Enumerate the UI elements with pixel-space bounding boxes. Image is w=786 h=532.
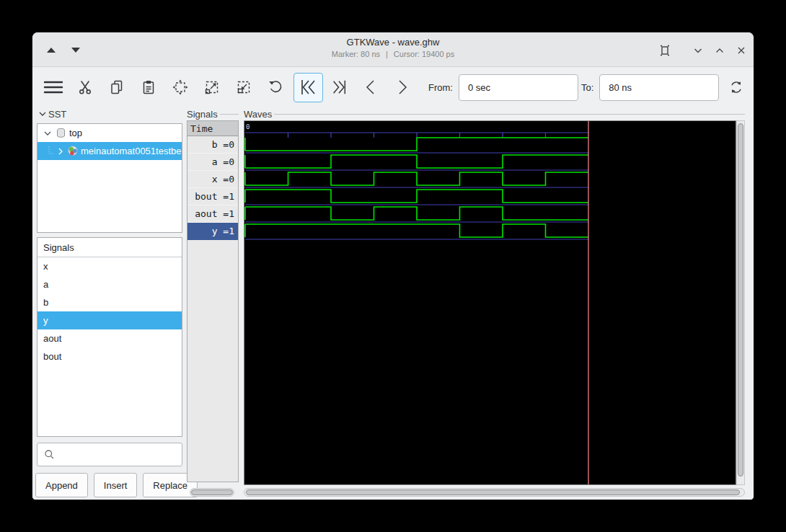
- expander-right-icon[interactable]: [55, 146, 66, 157]
- signal-row[interactable]: y =1: [187, 223, 238, 240]
- signal-values-panel: Time b =0a =0x =0bout =1aout =1y =1: [187, 120, 239, 482]
- shade-down-button[interactable]: [68, 45, 84, 56]
- list-item-x[interactable]: x: [37, 257, 182, 275]
- keep-above-button[interactable]: [657, 43, 673, 58]
- wave-canvas[interactable]: 0: [244, 120, 736, 485]
- next-edge-icon: [394, 79, 410, 96]
- keep-above-icon: [659, 45, 671, 56]
- maximize-icon: [715, 45, 725, 56]
- skip-to-end-icon: [330, 78, 348, 97]
- signal-value-rows: b =0a =0x =0bout =1aout =1y =1: [187, 136, 238, 240]
- hierarchy-icon: [55, 128, 66, 139]
- close-button[interactable]: [733, 43, 749, 58]
- action-buttons: AppendInsertReplace: [35, 473, 182, 497]
- tree-item-label: top: [69, 128, 82, 138]
- skip-to-start-button[interactable]: [293, 73, 323, 102]
- copy-icon: [109, 79, 125, 95]
- waves-vscrollbar[interactable]: [736, 120, 745, 485]
- close-icon: [736, 45, 746, 56]
- menu-button[interactable]: [43, 79, 64, 96]
- signal-row[interactable]: b =0: [187, 136, 238, 154]
- cut-button[interactable]: [76, 79, 94, 96]
- paste-icon: [141, 79, 156, 95]
- wave-trace-aout: [245, 207, 588, 220]
- chevron-down-icon[interactable]: [37, 108, 48, 120]
- undo-button[interactable]: [267, 79, 284, 96]
- list-item-bout[interactable]: bout: [37, 347, 182, 365]
- zoom-in-icon: [203, 79, 221, 96]
- signal-row[interactable]: a =0: [187, 154, 238, 171]
- insert-button[interactable]: Insert: [94, 473, 138, 497]
- titlebar[interactable]: GTKWave - wave.ghw Marker: 80 ns|Cursor:…: [32, 32, 754, 67]
- shade-down-icon: [71, 48, 80, 53]
- zoom-fit-icon: [172, 79, 189, 96]
- timescale-origin-label: 0: [246, 123, 250, 130]
- sst-frame-label: SST: [37, 108, 181, 120]
- signal-row[interactable]: bout =1: [187, 188, 238, 205]
- minimize-button[interactable]: [690, 43, 706, 58]
- list-item-aout[interactable]: aout: [37, 329, 182, 347]
- waves-hscrollbar[interactable]: [244, 488, 745, 497]
- shade-up-button[interactable]: [43, 45, 59, 56]
- toolbar: From: To:: [32, 68, 754, 107]
- waves-frame-label: Waves: [244, 109, 745, 120]
- reload-button[interactable]: [728, 79, 745, 96]
- zoom-out-button[interactable]: [235, 79, 252, 96]
- prev-edge-icon: [363, 79, 379, 96]
- gtkwave-window: GTKWave - wave.ghw Marker: 80 ns|Cursor:…: [32, 32, 754, 500]
- to-label: To:: [581, 82, 593, 93]
- wave-trace-bout: [245, 190, 588, 203]
- tree-item-testbench[interactable]: meinautomat0051testbe: [37, 142, 182, 160]
- signal-list: xabyaoutbout: [37, 257, 182, 365]
- copy-button[interactable]: [108, 79, 125, 96]
- zoom-fit-button[interactable]: [172, 79, 189, 96]
- append-button[interactable]: Append: [35, 473, 88, 497]
- prev-edge-button[interactable]: [362, 79, 379, 96]
- minimize-icon: [693, 45, 703, 56]
- window-title: GTKWave - wave.ghw: [32, 36, 754, 49]
- undo-icon: [267, 79, 284, 96]
- signal-list-panel: Signals xabyaoutbout: [37, 237, 182, 437]
- tree-item-top[interactable]: top: [37, 124, 182, 142]
- paste-button[interactable]: [140, 79, 157, 96]
- cursor-readout: Cursor: 19400 ps: [394, 50, 454, 58]
- time-column-header: Time: [187, 121, 238, 136]
- signals-frame-label: Signals: [187, 109, 239, 120]
- search-input[interactable]: [58, 448, 187, 461]
- list-item-b[interactable]: b: [37, 293, 182, 311]
- expander-down-icon[interactable]: [42, 128, 53, 139]
- zoom-out-icon: [235, 79, 252, 96]
- subtitle-separator: |: [386, 50, 388, 58]
- menu-icon: [43, 79, 63, 95]
- to-input[interactable]: [599, 74, 719, 101]
- list-item-y[interactable]: y: [37, 311, 182, 329]
- shade-up-icon: [47, 48, 56, 53]
- marker-readout: Marker: 80 ns: [332, 50, 380, 58]
- scrollbar-thumb[interactable]: [191, 489, 233, 495]
- sst-tree-panel: top meinautomat0051testbe: [37, 123, 182, 233]
- from-input[interactable]: [459, 74, 578, 101]
- signals-hscrollbar[interactable]: [190, 488, 234, 497]
- tree-connector: [48, 146, 55, 156]
- zoom-in-button[interactable]: [203, 79, 221, 96]
- next-edge-button[interactable]: [394, 79, 411, 96]
- waveform-svg: 0: [244, 121, 736, 484]
- maximize-button[interactable]: [712, 43, 728, 58]
- signal-search: [37, 443, 182, 466]
- signal-row[interactable]: aout =1: [187, 205, 238, 223]
- signal-list-header: Signals: [37, 238, 182, 257]
- tree-item-label: meinautomat0051testbe: [81, 146, 181, 156]
- scrollbar-thumb[interactable]: [738, 123, 743, 476]
- window-subtitle: Marker: 80 ns|Cursor: 19400 ps: [32, 49, 754, 60]
- wave-trace-b: [245, 138, 588, 151]
- skip-to-end-button[interactable]: [330, 79, 348, 96]
- wave-trace-x: [245, 172, 588, 185]
- scrollbar-thumb[interactable]: [246, 489, 740, 495]
- from-label: From:: [428, 82, 453, 93]
- wave-trace-a: [245, 155, 588, 168]
- wave-trace-y: [245, 224, 588, 237]
- signal-row[interactable]: x =0: [187, 171, 238, 188]
- list-item-a[interactable]: a: [37, 275, 182, 293]
- skip-to-start-icon: [299, 78, 318, 97]
- reload-icon: [728, 78, 745, 97]
